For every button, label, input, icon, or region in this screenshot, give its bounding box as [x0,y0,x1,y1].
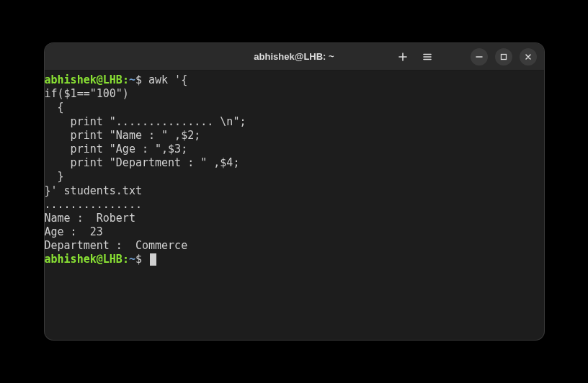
cursor [150,253,156,266]
cmd-part-0 [142,73,148,86]
menu-button[interactable] [419,48,436,66]
svg-rect-0 [501,54,506,59]
command-line-8: print "Department : " ,$4; [45,156,544,170]
command-line-7: print "Age : ",$3; [45,143,544,156]
prompt-sep: : [122,253,129,266]
command-line-6: print "Name : " ,$2; [45,129,544,143]
maximize-button[interactable] [495,48,512,66]
maximize-icon [500,53,507,60]
terminal-window: abhishek@LHB: ~ abhishek@LHB:~$ awk '{if… [45,43,544,340]
prompt-symbol: $ [135,73,142,86]
prompt-line-2: abhishek@LHB:~$ [45,253,544,266]
prompt-path: ~ [129,73,135,86]
prompt-sep: : [122,73,129,86]
command-line-9: } [45,170,544,184]
command-line-11: }' students.txt [45,184,544,198]
hamburger-icon [422,52,432,62]
titlebar-actions-left [394,43,436,70]
window-title: abhishek@LHB: ~ [254,51,334,62]
command-line-4: { [45,101,544,114]
prompt-user-host: abhishek@LHB [45,73,122,86]
output-line-0: ............... [45,198,544,212]
output-line-4: Department : Commerce [45,239,544,253]
output-line-2: Name : Robert [45,212,544,225]
command-line-0: awk '{ [148,73,187,86]
prompt-user-host: abhishek@LHB [45,253,122,266]
plus-icon [398,52,408,62]
command-line-2: if($1=="100") [45,87,544,101]
window-controls [471,43,537,70]
close-button[interactable] [520,48,537,66]
prompt-symbol: $ [135,253,142,266]
output-line-3: Age : 23 [45,225,544,239]
terminal-content[interactable]: abhishek@LHB:~$ awk '{if($1=="100") { pr… [45,71,544,340]
command-line-5: print "............... \n"; [45,115,544,129]
close-icon [525,53,532,60]
prompt-line-1: abhishek@LHB:~$ awk '{ [45,73,544,87]
prompt-path: ~ [129,253,135,266]
titlebar: abhishek@LHB: ~ [45,43,544,71]
new-tab-button[interactable] [394,48,411,66]
minimize-icon [476,53,483,60]
minimize-button[interactable] [471,48,488,66]
